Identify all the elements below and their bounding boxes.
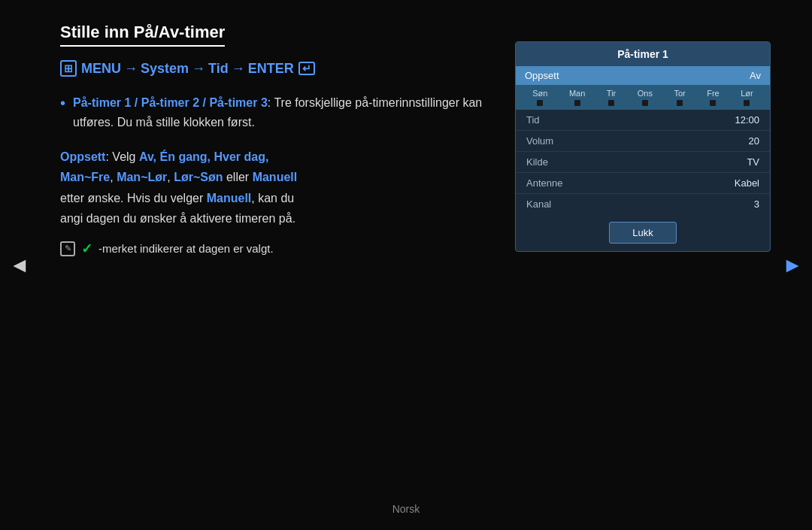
day-man: Man — [569, 89, 585, 106]
system-label: System — [141, 61, 189, 77]
days-row: Søn Man Tir Ons Tor Fre Lør — [516, 85, 770, 110]
bullet-point: • — [60, 95, 65, 112]
enter-icon — [298, 62, 315, 75]
options-text: Av, Én gang, Hver dag, — [139, 150, 268, 163]
day-dot-ons — [642, 100, 648, 106]
row-kilde: Kilde TV — [516, 152, 770, 173]
timer-dialog: På-timer 1 Oppsett Av Søn Man Tir Ons To… — [515, 41, 771, 252]
lukk-button[interactable]: Lukk — [609, 222, 677, 244]
day-son: Søn — [532, 89, 547, 106]
kanal-label: Kanal — [526, 198, 551, 210]
comma2: , — [167, 171, 174, 183]
day-lor: Lør — [741, 89, 753, 106]
antenne-value: Kabel — [735, 177, 759, 189]
row-antenne: Antenne Kabel — [516, 173, 770, 194]
body-end: , kan du — [251, 192, 294, 204]
row-tid: Tid 12:00 — [516, 110, 770, 131]
man-lor: Man~Lør — [117, 171, 167, 183]
day-label-fre: Fre — [707, 89, 720, 98]
day-label-man: Man — [569, 89, 585, 98]
day-label-son: Søn — [532, 89, 547, 98]
row-kanal: Kanal 3 — [516, 194, 770, 214]
row-volum: Volum 20 — [516, 131, 770, 152]
arrow2: → — [192, 61, 205, 77]
lor-son: Lør~Søn — [174, 171, 223, 183]
kilde-value: TV — [747, 156, 759, 168]
nav-arrow-left[interactable]: ◄ — [9, 253, 30, 277]
day-tir: Tir — [607, 89, 616, 106]
menu-line: MENU → System → Tid → ENTER — [60, 60, 489, 77]
day-label-lor: Lør — [741, 89, 753, 98]
day-tor: Tor — [674, 89, 685, 106]
day-dot-tor — [677, 100, 683, 106]
kanal-value: 3 — [754, 198, 759, 210]
dialog-title: På-timer 1 — [516, 42, 770, 66]
day-dot-fre — [710, 100, 716, 106]
header-value: Av — [750, 70, 761, 81]
note-icon: ✎ — [60, 241, 75, 256]
volum-label: Volum — [526, 135, 553, 147]
volum-value: 20 — [749, 135, 759, 147]
day-label-tor: Tor — [674, 89, 685, 98]
day-label-tir: Tir — [607, 89, 616, 98]
body-end-2: angi dagen du ønsker å aktivere timeren … — [60, 212, 295, 225]
day-dot-tir — [608, 100, 614, 106]
header-label: Oppsett — [525, 70, 559, 81]
footer-text: Norsk — [392, 503, 420, 515]
note-line: ✎ ✓ -merket indikerer at dagen er valgt. — [60, 241, 489, 257]
body-text-1: Oppsett: Velg Av, Én gang, Hver dag, Man… — [60, 147, 489, 229]
day-ons: Ons — [638, 89, 653, 106]
manuell-2: Manuell — [207, 192, 252, 204]
manuell-1: Manuell — [253, 171, 298, 183]
day-dot-son — [537, 100, 543, 106]
day-dot-man — [574, 100, 580, 106]
nav-arrow-right[interactable]: ► — [782, 253, 803, 277]
oppsett-label: Oppsett — [60, 150, 105, 163]
day-label-ons: Ons — [638, 89, 653, 98]
eller-text: eller — [223, 171, 253, 183]
enter-label: ENTER — [248, 61, 294, 77]
man-fre: Man~Fre — [60, 171, 110, 183]
dialog-header-row: Oppsett Av — [516, 66, 770, 85]
note-text: -merket indikerer at dagen er valgt. — [98, 242, 274, 255]
tid-label: Tid — [526, 114, 540, 126]
timer-labels: På-timer 1 / På-timer 2 / På-timer 3 — [73, 96, 268, 109]
day-fre: Fre — [707, 89, 720, 106]
menu-label: MENU — [81, 61, 121, 77]
tid-value: 12:00 — [735, 114, 759, 126]
menu-icon — [60, 60, 77, 77]
body-suffix: etter ønske. Hvis du velger — [60, 192, 207, 204]
arrow3: → — [232, 61, 245, 77]
checkmark-icon: ✓ — [81, 241, 92, 257]
arrow1: → — [124, 61, 138, 77]
page-title: Stille inn På/Av-timer — [60, 23, 225, 47]
colon-text: : Velg — [105, 150, 138, 163]
antenne-label: Antenne — [526, 177, 562, 189]
comma1: , — [110, 171, 117, 183]
tid-label: Tid — [208, 61, 229, 77]
main-content: Stille inn På/Av-timer MENU → System → T… — [60, 23, 489, 257]
bullet-section: • På-timer 1 / På-timer 2 / På-timer 3: … — [60, 93, 489, 132]
bullet-text: På-timer 1 / På-timer 2 / På-timer 3: Tr… — [73, 93, 489, 132]
day-dot-lor — [744, 100, 750, 106]
kilde-label: Kilde — [526, 156, 548, 168]
